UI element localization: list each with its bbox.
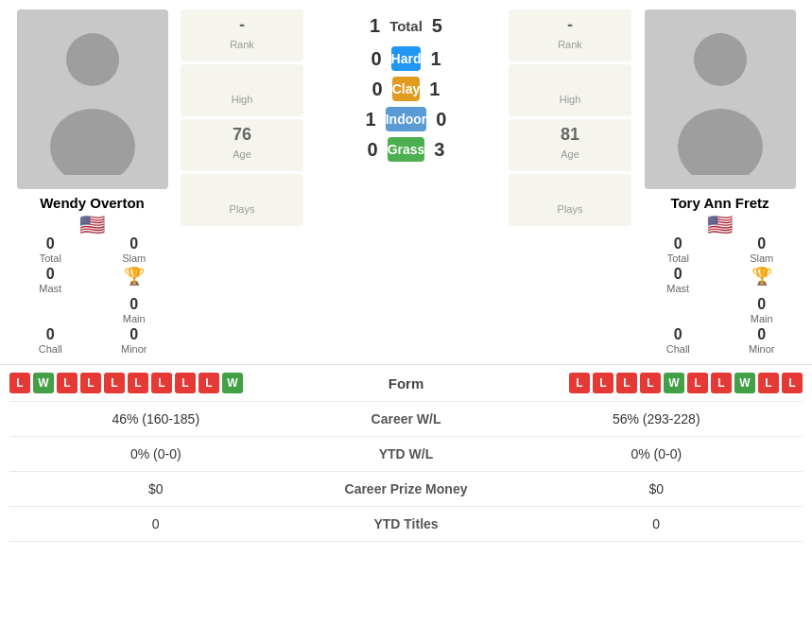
ytd-titles-row: 0 YTD Titles 0 [9, 506, 803, 542]
form-badge-l: L [616, 373, 637, 393]
right-player-stats: 0 Total 0 Slam 0 Mast 🏆 0 Main [637, 235, 803, 355]
right-high-box: High [509, 64, 631, 116]
right-stat-mast: 0 Mast [641, 266, 716, 294]
svg-point-2 [694, 33, 747, 86]
right-stats-col: - Rank High 81 Age Plays [509, 9, 631, 226]
main-container: Wendy Overton 🇺🇸 0 Total 0 Slam 0 Mast 🏆 [0, 0, 812, 542]
left-age-box: 76 Age [181, 119, 303, 171]
form-badge-l: L [104, 373, 125, 393]
form-badge-l: L [687, 373, 708, 393]
left-stat-minor: 0 Minor [97, 326, 172, 355]
left-player-name: Wendy Overton [40, 195, 145, 211]
form-badge-l: L [80, 373, 101, 393]
right-trophy-icon: 🏆 [725, 266, 800, 294]
right-age-box: 81 Age [509, 119, 631, 171]
score-row-hard: 0 Hard 1 [344, 46, 469, 71]
right-player-name: Tory Ann Fretz [670, 195, 769, 211]
right-plays-box: Plays [509, 174, 631, 226]
svg-point-1 [50, 109, 135, 175]
right-total-score: 5 [423, 15, 470, 37]
form-badge-l: L [711, 373, 732, 393]
form-badge-w: W [734, 373, 755, 393]
ytd-titles-label: YTD Titles [302, 516, 510, 531]
left-total-score: 1 [342, 15, 389, 37]
form-badge-l: L [151, 373, 172, 393]
left-clay-score: 0 [345, 78, 392, 100]
career-wl-row: 46% (160-185) Career W/L 56% (293-228) [9, 401, 803, 436]
left-stat-mast: 0 Mast [13, 266, 88, 294]
total-label: Total [389, 13, 423, 39]
right-stat-chall: 0 Chall [641, 326, 716, 355]
form-badge-l: L [175, 373, 196, 393]
form-badge-w: W [33, 373, 54, 393]
left-stat-total: 0 Total [13, 235, 88, 264]
left-form-badges: LWLLLLLLLW [9, 373, 336, 393]
right-grass-score: 3 [424, 139, 472, 161]
left-ytd-titles: 0 [9, 516, 302, 531]
score-row-indoor: 1 Indoor 0 [338, 107, 475, 131]
form-badge-l: L [758, 373, 779, 393]
form-badge-w: W [222, 373, 243, 393]
right-form-badges: LLLLWLLWLL [477, 373, 803, 393]
right-stat-total: 0 Total [641, 235, 716, 264]
indoor-badge: Indoor [386, 107, 427, 131]
left-ytd-wl: 0% (0-0) [9, 446, 302, 461]
right-clay-score: 1 [420, 78, 467, 100]
left-plays-box: Plays [181, 174, 303, 226]
left-indoor-score: 1 [338, 109, 386, 131]
score-row-grass: 0 Grass 3 [340, 137, 473, 162]
left-stat-slam: 0 Slam [97, 235, 172, 264]
score-row-clay: 0 Clay 1 [345, 77, 468, 101]
right-hard-score: 1 [421, 48, 468, 70]
form-badge-w: W [664, 373, 684, 393]
form-badge-l: L [57, 373, 78, 393]
career-prize-row: $0 Career Prize Money $0 [9, 471, 803, 506]
right-stat-main: 0 Main [725, 296, 800, 324]
form-badge-l: L [128, 373, 148, 393]
form-badge-l: L [593, 373, 613, 393]
left-trophy-icon: 🏆 [97, 266, 172, 294]
left-player-card: Wendy Overton 🇺🇸 0 Total 0 Slam 0 Mast 🏆 [9, 9, 175, 355]
left-rank-box: - Rank [181, 9, 303, 61]
left-career-wl: 46% (160-185) [9, 411, 302, 426]
stats-rows: 46% (160-185) Career W/L 56% (293-228) 0… [0, 401, 812, 542]
hard-badge: Hard [391, 46, 422, 71]
right-avatar [645, 9, 796, 189]
svg-point-0 [66, 33, 119, 86]
right-ytd-titles: 0 [510, 516, 803, 531]
form-badge-l: L [640, 373, 661, 393]
right-player-flag: 🇺🇸 [703, 215, 737, 235]
left-player-flag: 🇺🇸 [76, 215, 110, 235]
right-indoor-score: 0 [426, 109, 474, 131]
right-career-wl: 56% (293-228) [510, 411, 803, 426]
center-col: 1 Total 5 0 Hard 1 0 Clay 1 1 Indoor 0 0 [309, 9, 503, 167]
left-grass-score: 0 [340, 139, 388, 161]
right-career-prize: $0 [510, 481, 803, 496]
score-row-total: 1 Total 5 [342, 13, 470, 39]
left-player-stats: 0 Total 0 Slam 0 Mast 🏆 0 Main [9, 235, 175, 355]
left-stats-col: - Rank High 76 Age Plays [181, 9, 303, 226]
svg-point-3 [678, 109, 763, 175]
form-badge-l: L [782, 373, 803, 393]
clay-badge: Clay [392, 77, 421, 101]
form-section: LWLLLLLLLW Form LLLLWLLWLL [0, 364, 812, 401]
form-badge-l: L [9, 373, 30, 393]
form-label: Form [336, 375, 477, 392]
career-prize-label: Career Prize Money [302, 481, 510, 496]
top-row: Wendy Overton 🇺🇸 0 Total 0 Slam 0 Mast 🏆 [0, 0, 812, 355]
form-badge-l: L [569, 373, 590, 393]
left-high-box: High [181, 64, 303, 116]
left-stat-chall: 0 Chall [13, 326, 88, 355]
left-avatar [17, 9, 168, 189]
form-badge-l: L [199, 373, 219, 393]
career-wl-label: Career W/L [302, 411, 510, 426]
ytd-wl-row: 0% (0-0) YTD W/L 0% (0-0) [9, 436, 803, 471]
ytd-wl-label: YTD W/L [302, 446, 510, 461]
right-ytd-wl: 0% (0-0) [510, 446, 803, 461]
grass-badge: Grass [388, 137, 425, 162]
right-stat-slam: 0 Slam [725, 235, 800, 264]
right-player-card: Tory Ann Fretz 🇺🇸 0 Total 0 Slam 0 Mast … [637, 9, 803, 355]
left-career-prize: $0 [9, 481, 302, 496]
left-stat-main: 0 Main [97, 296, 172, 324]
right-stat-minor: 0 Minor [725, 326, 800, 355]
